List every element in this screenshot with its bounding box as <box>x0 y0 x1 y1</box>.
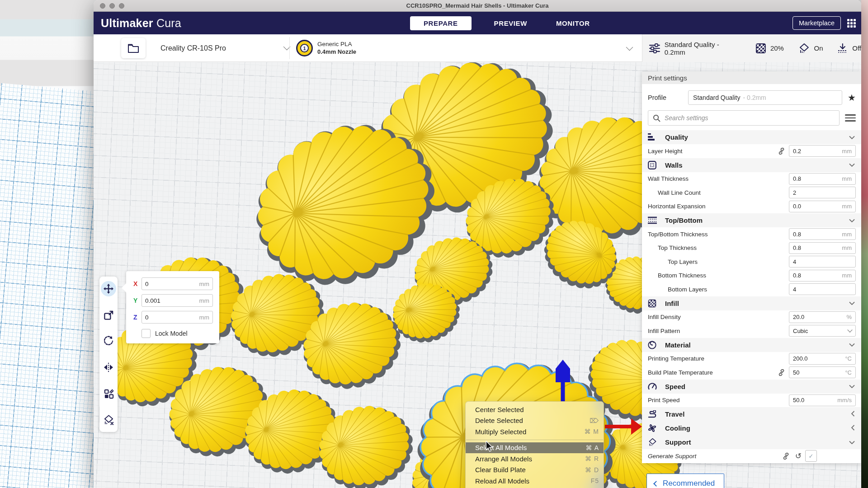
travel-icon <box>648 410 658 418</box>
chevron-left-icon <box>653 481 659 487</box>
tab-prepare[interactable]: PREPARE <box>410 16 472 30</box>
menu-item-delete-selected[interactable]: Delete Selected⌦ <box>466 415 604 427</box>
setting-row-top-layers: Top Layers4 <box>642 255 861 269</box>
setting-label: Top Thickness <box>648 244 697 251</box>
setting-label: Bottom Layers <box>648 286 707 293</box>
setting-select-infill-pattern[interactable]: Cubic <box>789 325 856 337</box>
menu-item-reload-all-models[interactable]: Reload All ModelsF5 <box>466 475 604 487</box>
section-header-material[interactable]: Material <box>642 338 861 352</box>
section-header-cooling[interactable]: Cooling <box>642 421 861 435</box>
lock-model-checkbox[interactable] <box>142 329 151 338</box>
per-model-settings-button[interactable] <box>101 386 116 401</box>
setting-field-horizontal-expansion[interactable]: 0.0mm <box>789 201 856 212</box>
shortcut-label: ⌘ A <box>586 444 599 451</box>
support-icon <box>798 43 810 54</box>
setting-row-infill-pattern: Infill PatternCubic <box>642 324 861 338</box>
menu-item-reset-all-model-positions[interactable]: Reset All Model Positions <box>466 487 604 488</box>
section-header-walls[interactable]: Walls <box>642 158 861 172</box>
chevron-down-icon <box>849 438 855 446</box>
settings-search-box[interactable] <box>648 110 840 126</box>
shortcut-label: ⌘ D <box>585 466 599 474</box>
setting-field-top-thickness[interactable]: 0.8mm <box>789 242 856 254</box>
setting-row-bottom-layers: Bottom Layers4 <box>642 282 861 296</box>
material-selector[interactable]: 1 Generic PLA 0.4mm Nozzle <box>296 34 356 62</box>
move-tool-button[interactable] <box>101 281 116 296</box>
app-switcher-grid-icon[interactable] <box>847 19 856 28</box>
shortcut-label: F5 <box>591 477 599 484</box>
section-header-speed[interactable]: Speed <box>642 380 861 394</box>
tab-monitor[interactable]: MONITOR <box>550 17 596 30</box>
settings-menu-icon[interactable] <box>845 114 856 122</box>
print-settings-summary[interactable]: Standard Quality - 0.2mm 20% On Off <box>642 34 861 62</box>
shortcut-label: ⌘ R <box>585 455 599 462</box>
settings-search-input[interactable] <box>665 114 835 122</box>
per-model-settings-icon <box>104 389 114 399</box>
close-window-icon <box>100 3 105 9</box>
setting-label: Layer Height <box>648 148 683 155</box>
scale-tool-button[interactable] <box>101 307 116 323</box>
setting-field-top-layers[interactable]: 4 <box>789 256 856 267</box>
section-header-travel[interactable]: Travel <box>642 407 861 421</box>
open-file-button[interactable] <box>121 38 146 58</box>
chevron-down-icon <box>849 133 855 141</box>
setting-field-top-bottom-thickness[interactable]: 0.8mm <box>789 228 856 240</box>
recommended-mode-button[interactable]: Recommended <box>646 474 724 488</box>
printer-selector[interactable]: Creality CR-10S Pro <box>160 34 289 62</box>
section-header-top-bottom[interactable]: Top/Bottom <box>642 213 861 227</box>
tab-preview[interactable]: PREVIEW <box>488 17 533 30</box>
cooling-icon <box>648 424 658 432</box>
x-position-input[interactable] <box>145 281 177 287</box>
setting-field-wall-thickness[interactable]: 0.8mm <box>789 173 856 185</box>
app-logo: Ultimaker Cura <box>101 17 181 30</box>
desktop-background-right <box>861 0 868 488</box>
menu-item-arrange-all-models[interactable]: Arrange All Models⌘ R <box>466 453 604 465</box>
setting-row-bottom-thickness: Bottom Thickness0.8mm <box>642 269 861 283</box>
menu-item-clear-build-plate[interactable]: Clear Build Plate⌘ D <box>466 465 604 476</box>
marketplace-button[interactable]: Marketplace <box>793 16 841 30</box>
build-plate-viewport[interactable]: X mm Y mm Z mm Lock Model Print settings… <box>94 62 861 488</box>
nozzle-size: 0.4mm Nozzle <box>317 48 356 56</box>
setting-field-layer-height[interactable]: 0.2mm <box>789 145 856 157</box>
setting-row-print-speed: Print Speed50.0mm/s <box>642 394 861 408</box>
section-header-support[interactable]: Support <box>642 435 861 449</box>
mirror-tool-button[interactable] <box>101 360 116 375</box>
favorite-star-icon[interactable]: ★ <box>848 92 856 103</box>
setting-field-build-plate-temperature[interactable]: 50°C <box>789 366 856 378</box>
rotate-tool-button[interactable] <box>101 333 116 349</box>
chevron-down-icon <box>849 382 855 390</box>
setting-field-print-speed[interactable]: 50.0mm/s <box>789 394 856 406</box>
infill-icon <box>755 43 766 54</box>
traffic-lights[interactable] <box>100 3 124 9</box>
setting-row-top-bottom-thickness: Top/Bottom Thickness0.8mm <box>642 227 861 241</box>
y-position-input[interactable] <box>145 297 177 304</box>
printer-name: Creality CR-10S Pro <box>160 44 226 52</box>
setting-field-bottom-layers[interactable]: 4 <box>789 283 856 295</box>
setting-row-printing-temperature: Printing Temperature200.0°C <box>642 352 861 366</box>
menu-item-center-selected[interactable]: Center Selected <box>466 404 604 415</box>
setting-row-wall-line-count: Wall Line Count2 <box>642 186 861 200</box>
section-header-infill[interactable]: Infill <box>642 296 861 310</box>
configuration-bar: Creality CR-10S Pro 1 Generic PLA 0.4mm … <box>94 34 861 62</box>
setting-label: Horizontal Expansion <box>648 203 706 210</box>
setting-checkbox-generate-support[interactable]: ✓ <box>805 450 817 462</box>
setting-label: Print Speed <box>648 397 680 404</box>
setting-field-bottom-thickness[interactable]: 0.8mm <box>789 270 856 282</box>
sliders-icon <box>649 43 660 54</box>
rotate-icon <box>103 336 114 347</box>
setting-field-infill-density[interactable]: 20.0% <box>789 311 856 323</box>
z-position-input[interactable] <box>145 314 177 321</box>
stage-tabs: PREPARE PREVIEW MONITOR <box>410 12 596 34</box>
setting-label: Generate Support <box>648 453 696 460</box>
section-header-quality[interactable]: Quality <box>642 130 861 144</box>
menu-item-multiply-selected[interactable]: Multiply Selected⌘ M <box>466 426 604 437</box>
setting-field-printing-temperature[interactable]: 200.0°C <box>789 353 856 365</box>
setting-label: Printing Temperature <box>648 355 704 362</box>
profile-selector[interactable]: Standard Quality - 0.2mm <box>688 90 842 105</box>
support-blocker-button[interactable] <box>101 412 116 427</box>
setting-field-wall-line-count[interactable]: 2 <box>789 187 856 198</box>
setting-label: Build Plate Temperature <box>648 369 713 376</box>
lock-model-label: Lock Model <box>155 330 188 337</box>
revert-icon[interactable]: ↺ <box>795 451 802 461</box>
scale-icon <box>104 310 114 320</box>
extruder-spool-icon: 1 <box>296 40 313 56</box>
